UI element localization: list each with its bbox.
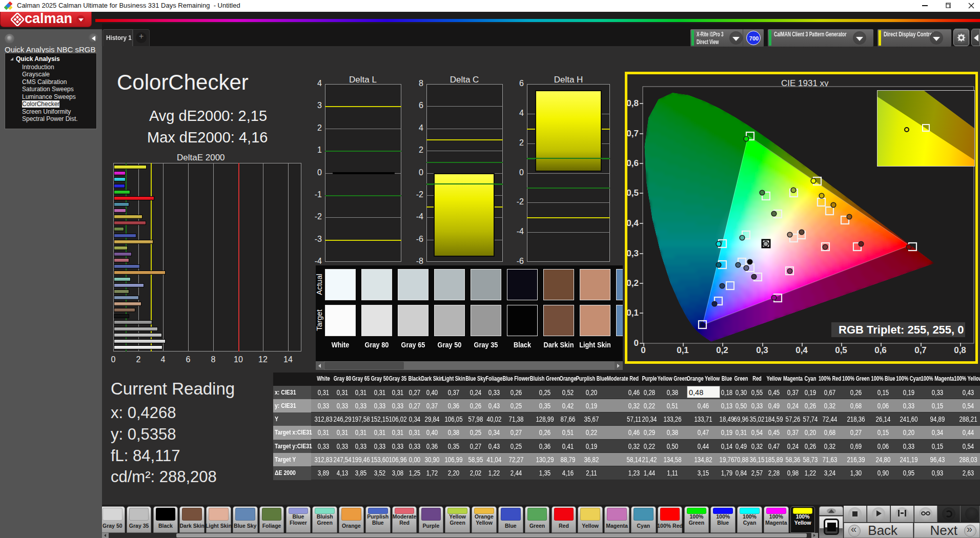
svg-text:0,2: 0,2: [627, 278, 639, 288]
svg-text:0,8: 0,8: [954, 345, 966, 355]
svg-text:0,1: 0,1: [627, 308, 639, 318]
svg-text:0: 0: [634, 338, 639, 348]
svg-text:0,7: 0,7: [627, 129, 639, 138]
svg-text:0,6: 0,6: [627, 158, 639, 168]
svg-text:0,4: 0,4: [795, 345, 808, 355]
svg-text:0,5: 0,5: [627, 188, 639, 198]
svg-text:0,4: 0,4: [627, 218, 639, 228]
svg-text:0: 0: [641, 345, 645, 355]
svg-text:0,6: 0,6: [874, 345, 887, 355]
svg-text:0,2: 0,2: [716, 345, 728, 355]
svg-text:0,3: 0,3: [627, 249, 639, 258]
svg-text:0,7: 0,7: [914, 345, 927, 355]
svg-text:0,5: 0,5: [835, 345, 847, 355]
svg-text:0,3: 0,3: [756, 345, 768, 355]
svg-text:0,1: 0,1: [677, 345, 689, 355]
svg-text:0,8: 0,8: [627, 98, 639, 108]
